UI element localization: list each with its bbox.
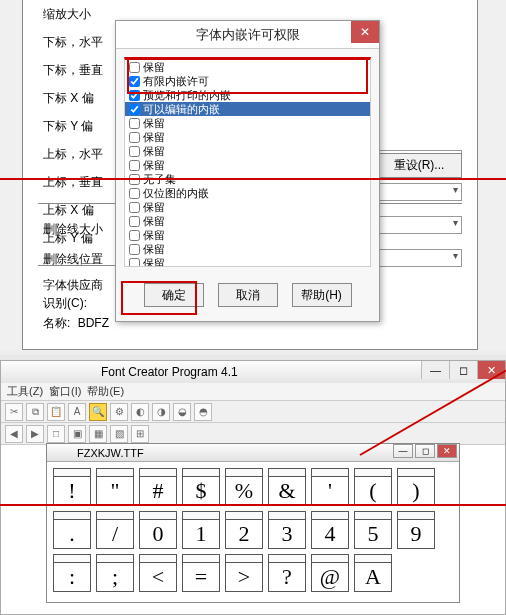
permission-row[interactable]: 保留 [125,60,370,74]
glyph-cell[interactable]: > [225,554,263,592]
reset-button[interactable]: 重设(R)... [376,153,462,178]
permission-row[interactable]: 保留 [125,144,370,158]
permission-checkbox[interactable] [129,90,140,101]
dialog-close-button[interactable]: ✕ [351,21,379,43]
permissions-listbox[interactable]: 保留有限内嵌许可预览和打印的内嵌可以编辑的内嵌保留保留保留保留无子集仅位图的内嵌… [124,57,371,267]
maximize-button[interactable]: ◻ [449,361,477,379]
dropdown-2[interactable] [372,183,462,201]
glyph-cell[interactable]: 0 [139,511,177,549]
close-button[interactable]: ✕ [477,361,505,379]
glyph-cell[interactable]: 5 [354,511,392,549]
tool-b1-icon[interactable]: □ [47,425,65,443]
menu-help[interactable]: 帮助(E) [87,384,124,399]
glyph-cell-header [183,512,219,520]
label-ident: 识别(C): [43,295,87,312]
permission-row[interactable]: 预览和打印的内嵌 [125,88,370,102]
label-strike-pos: 删除线位置 [43,245,103,273]
permission-checkbox[interactable] [129,146,140,157]
permission-row[interactable]: 保留 [125,214,370,228]
glyph-cell[interactable]: ! [53,468,91,506]
ok-button[interactable]: 确定 [144,283,204,307]
glyph-cell[interactable]: 9 [397,511,435,549]
permission-checkbox[interactable] [129,104,140,115]
permission-checkbox[interactable] [129,216,140,227]
glyph-cell[interactable]: & [268,468,306,506]
permission-row[interactable]: 可以编辑的内嵌 [125,102,370,116]
glyph-cell[interactable]: @ [311,554,349,592]
tool-opt3-icon[interactable]: ◒ [173,403,191,421]
glyph-cell[interactable]: $ [182,468,220,506]
permission-label: 保留 [143,200,165,215]
glyph-cell[interactable]: = [182,554,220,592]
glyph-cell[interactable]: # [139,468,177,506]
glyph-min-button[interactable]: — [393,444,413,458]
dropdown-3[interactable] [372,216,462,234]
glyph-cell-header [226,555,262,563]
glyph-char: ) [398,477,434,505]
permission-checkbox[interactable] [129,258,140,268]
glyph-cell[interactable]: A [354,554,392,592]
glyph-cell[interactable]: / [96,511,134,549]
tool-b2-icon[interactable]: ▣ [68,425,86,443]
glyph-max-button[interactable]: ◻ [415,444,435,458]
permission-row[interactable]: 保留 [125,228,370,242]
menu-window[interactable]: 窗口(I) [49,384,81,399]
permission-row[interactable]: 无子集 [125,172,370,186]
tool-opt1-icon[interactable]: ◐ [131,403,149,421]
dialog-button-row: 确定 取消 帮助(H) [116,275,379,321]
permission-checkbox[interactable] [129,202,140,213]
permission-checkbox[interactable] [129,76,140,87]
permission-checkbox[interactable] [129,118,140,129]
tool-left-icon[interactable]: ◀ [5,425,23,443]
permission-checkbox[interactable] [129,174,140,185]
permission-checkbox[interactable] [129,230,140,241]
tool-b3-icon[interactable]: ▦ [89,425,107,443]
permission-row[interactable]: 保留 [125,242,370,256]
glyph-cell[interactable]: 4 [311,511,349,549]
glyph-cell[interactable]: 1 [182,511,220,549]
glyph-cell[interactable]: . [53,511,91,549]
tool-copy-icon[interactable]: ⧉ [26,403,44,421]
help-button[interactable]: 帮助(H) [292,283,352,307]
permission-row[interactable]: 仅位图的内嵌 [125,186,370,200]
permission-row[interactable]: 保留 [125,130,370,144]
glyph-cell[interactable]: ( [354,468,392,506]
permission-row[interactable]: 保留 [125,116,370,130]
permission-row[interactable]: 保留 [125,200,370,214]
cancel-button[interactable]: 取消 [218,283,278,307]
minimize-button[interactable]: — [421,361,449,379]
permission-checkbox[interactable] [129,62,140,73]
tool-right-icon[interactable]: ▶ [26,425,44,443]
glyph-cell-header [54,512,90,520]
glyph-cell[interactable]: < [139,554,177,592]
tool-gear-icon[interactable]: ⚙ [110,403,128,421]
tool-text-icon[interactable]: A [68,403,86,421]
tool-paste-icon[interactable]: 📋 [47,403,65,421]
glyph-cell[interactable]: 3 [268,511,306,549]
permission-checkbox[interactable] [129,132,140,143]
glyph-cell[interactable]: % [225,468,263,506]
glyph-cell[interactable]: ) [397,468,435,506]
permission-row[interactable]: 保留 [125,158,370,172]
tool-b4-icon[interactable]: ▧ [110,425,128,443]
permission-checkbox[interactable] [129,244,140,255]
tool-zoom-icon[interactable]: 🔍 [89,403,107,421]
glyph-cell[interactable]: : [53,554,91,592]
glyph-cell[interactable]: 2 [225,511,263,549]
tool-opt2-icon[interactable]: ◑ [152,403,170,421]
dropdown-4[interactable] [372,249,462,267]
glyph-cell[interactable]: ; [96,554,134,592]
menu-tools[interactable]: 工具(Z) [7,384,43,399]
glyph-cell[interactable]: " [96,468,134,506]
permission-checkbox[interactable] [129,188,140,199]
tool-scissors-icon[interactable]: ✂ [5,403,23,421]
glyph-close-button[interactable]: ✕ [437,444,457,458]
tool-b5-icon[interactable]: ⊞ [131,425,149,443]
permission-row[interactable]: 有限内嵌许可 [125,74,370,88]
tool-opt4-icon[interactable]: ◓ [194,403,212,421]
glyph-cell[interactable]: ? [268,554,306,592]
glyph-char: 0 [140,520,176,548]
permission-checkbox[interactable] [129,160,140,171]
permission-row[interactable]: 保留 [125,256,370,267]
glyph-cell[interactable]: ' [311,468,349,506]
